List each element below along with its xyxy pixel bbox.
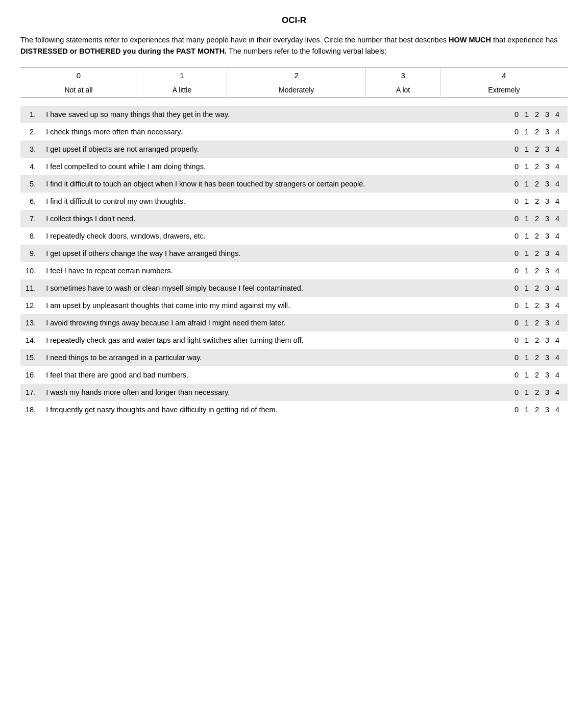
question-rating[interactable]: 01234 [506,384,568,401]
rating-option[interactable]: 4 [552,215,562,223]
rating-option[interactable]: 1 [522,267,532,275]
rating-option[interactable]: 1 [522,336,532,344]
rating-option[interactable]: 3 [542,371,552,379]
rating-option[interactable]: 2 [532,110,542,119]
rating-option[interactable]: 3 [542,145,552,153]
rating-option[interactable]: 0 [511,180,522,188]
rating-option[interactable]: 4 [552,284,562,292]
rating-option[interactable]: 4 [552,249,562,257]
rating-option[interactable]: 3 [542,197,552,205]
question-rating[interactable]: 01234 [506,227,568,245]
question-rating[interactable]: 01234 [506,158,568,175]
rating-option[interactable]: 0 [511,354,522,362]
rating-option[interactable]: 1 [522,162,532,171]
rating-option[interactable]: 2 [532,197,542,205]
rating-option[interactable]: 4 [552,145,562,153]
rating-option[interactable]: 1 [522,232,532,240]
rating-option[interactable]: 2 [532,232,542,240]
rating-option[interactable]: 2 [532,319,542,327]
rating-option[interactable]: 0 [511,249,522,257]
question-rating[interactable]: 01234 [506,106,568,123]
rating-option[interactable]: 1 [522,110,532,119]
question-rating[interactable]: 01234 [506,262,568,279]
rating-option[interactable]: 1 [522,180,532,188]
rating-option[interactable]: 2 [532,215,542,223]
rating-option[interactable]: 2 [532,336,542,344]
rating-option[interactable]: 1 [522,319,532,327]
rating-option[interactable]: 3 [542,267,552,275]
rating-option[interactable]: 3 [542,301,552,310]
rating-option[interactable]: 3 [542,406,552,414]
rating-option[interactable]: 2 [532,249,542,257]
rating-option[interactable]: 2 [532,371,542,379]
rating-option[interactable]: 3 [542,249,552,257]
rating-option[interactable]: 2 [532,128,542,136]
rating-option[interactable]: 1 [522,406,532,414]
rating-option[interactable]: 1 [522,215,532,223]
rating-option[interactable]: 0 [511,301,522,310]
rating-option[interactable]: 4 [552,354,562,362]
rating-option[interactable]: 0 [511,371,522,379]
rating-option[interactable]: 2 [532,388,542,396]
rating-option[interactable]: 2 [532,162,542,171]
rating-option[interactable]: 0 [511,232,522,240]
rating-option[interactable]: 3 [542,336,552,344]
rating-option[interactable]: 4 [552,388,562,396]
question-rating[interactable]: 01234 [506,349,568,366]
question-rating[interactable]: 01234 [506,140,568,158]
question-rating[interactable]: 01234 [506,210,568,227]
rating-option[interactable]: 2 [532,267,542,275]
question-rating[interactable]: 01234 [506,193,568,210]
rating-option[interactable]: 0 [511,197,522,205]
rating-option[interactable]: 3 [542,215,552,223]
rating-option[interactable]: 0 [511,388,522,396]
rating-option[interactable]: 3 [542,388,552,396]
rating-option[interactable]: 2 [532,284,542,292]
rating-option[interactable]: 0 [511,128,522,136]
rating-option[interactable]: 3 [542,128,552,136]
rating-option[interactable]: 4 [552,180,562,188]
rating-option[interactable]: 2 [532,180,542,188]
question-rating[interactable]: 01234 [506,314,568,332]
rating-option[interactable]: 4 [552,336,562,344]
question-rating[interactable]: 01234 [506,332,568,349]
rating-option[interactable]: 3 [542,180,552,188]
question-rating[interactable]: 01234 [506,297,568,314]
rating-option[interactable]: 4 [552,406,562,414]
rating-option[interactable]: 4 [552,197,562,205]
rating-option[interactable]: 0 [511,162,522,171]
rating-option[interactable]: 0 [511,319,522,327]
rating-option[interactable]: 4 [552,110,562,119]
rating-option[interactable]: 3 [542,284,552,292]
question-rating[interactable]: 01234 [506,245,568,262]
rating-option[interactable]: 1 [522,371,532,379]
rating-option[interactable]: 0 [511,284,522,292]
rating-option[interactable]: 1 [522,197,532,205]
question-rating[interactable]: 01234 [506,279,568,297]
rating-option[interactable]: 4 [552,162,562,171]
rating-option[interactable]: 3 [542,232,552,240]
question-rating[interactable]: 01234 [506,123,568,140]
rating-option[interactable]: 0 [511,336,522,344]
rating-option[interactable]: 0 [511,267,522,275]
question-rating[interactable]: 01234 [506,366,568,384]
question-rating[interactable]: 01234 [506,175,568,193]
rating-option[interactable]: 4 [552,267,562,275]
rating-option[interactable]: 3 [542,354,552,362]
rating-option[interactable]: 4 [552,232,562,240]
rating-option[interactable]: 0 [511,406,522,414]
rating-option[interactable]: 1 [522,301,532,310]
rating-option[interactable]: 1 [522,128,532,136]
rating-option[interactable]: 0 [511,215,522,223]
rating-option[interactable]: 0 [511,145,522,153]
rating-option[interactable]: 1 [522,249,532,257]
rating-option[interactable]: 1 [522,354,532,362]
rating-option[interactable]: 1 [522,145,532,153]
rating-option[interactable]: 2 [532,145,542,153]
rating-option[interactable]: 2 [532,301,542,310]
rating-option[interactable]: 4 [552,301,562,310]
rating-option[interactable]: 1 [522,388,532,396]
rating-option[interactable]: 2 [532,354,542,362]
rating-option[interactable]: 1 [522,284,532,292]
rating-option[interactable]: 3 [542,162,552,171]
